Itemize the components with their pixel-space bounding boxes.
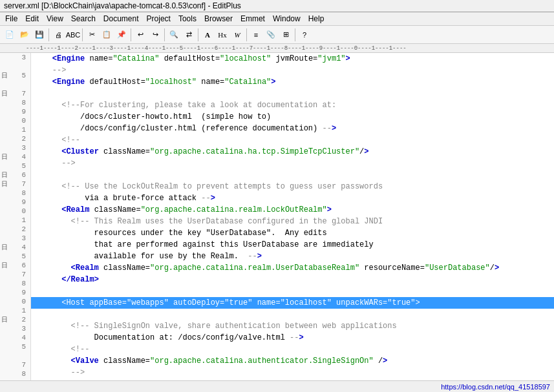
- code-line[interactable]: that are performed against this UserData…: [31, 239, 554, 251]
- gutter-row: 5: [0, 252, 30, 261]
- new-button[interactable]: 📄: [3, 28, 17, 42]
- code-line[interactable]: /docs/config/cluster.html (reference doc…: [31, 123, 554, 134]
- fold-button[interactable]: 日: [0, 89, 9, 98]
- fold-button[interactable]: 日: [0, 180, 9, 189]
- sep6: [246, 28, 247, 41]
- code-line[interactable]: <Realm className="org.apache.catalina.re…: [31, 204, 554, 216]
- find-button[interactable]: 🔍: [167, 28, 181, 42]
- fold-button: [0, 107, 9, 116]
- format-button[interactable]: Hx: [215, 28, 229, 42]
- code-line[interactable]: <Valve className="org.apache.catalina.au…: [31, 355, 554, 367]
- line-gutter: 3日5日7890123日45日6日7890123日45日678901日23457…: [0, 53, 31, 380]
- col-button[interactable]: ⊞: [279, 28, 293, 42]
- gutter-row: 日5: [0, 71, 30, 80]
- line-number: 7: [9, 361, 27, 369]
- code-line[interactable]: <!-- This Realm uses the UserDatabase co…: [31, 216, 554, 227]
- code-line[interactable]: -->: [31, 65, 554, 76]
- fold-button: [0, 53, 9, 62]
- fold-button: [0, 279, 9, 288]
- fold-button[interactable]: 日: [0, 261, 9, 270]
- open-button[interactable]: 📂: [17, 28, 32, 42]
- replace-button[interactable]: ⇄: [182, 28, 196, 42]
- gutter-row: 1: [0, 306, 30, 315]
- fold-button: [0, 288, 9, 297]
- menu-item-document[interactable]: Document: [100, 13, 143, 25]
- code-line[interactable]: <!-- SingleSignOn valve, share authentic…: [31, 320, 554, 332]
- menu-item-view[interactable]: View: [43, 13, 67, 25]
- gutter-row: 日6: [0, 261, 30, 270]
- code-line[interactable]: available for use by the Realm. -->: [31, 251, 554, 262]
- gutter-row: 日7: [0, 180, 30, 189]
- line-number: 6: [9, 262, 27, 269]
- code-line[interactable]: </Realm>: [31, 274, 554, 285]
- code-line[interactable]: [31, 169, 554, 181]
- status-link[interactable]: https://blog.csdn.net/qq_41518597: [441, 383, 550, 391]
- line-number: 5: [9, 343, 27, 351]
- fold-button[interactable]: 日: [0, 170, 9, 180]
- cut-button[interactable]: ✂: [85, 28, 99, 42]
- code-line[interactable]: <Cluster className="org.apache.catalina.…: [31, 146, 554, 158]
- italic-button[interactable]: W: [230, 28, 244, 42]
- code-line[interactable]: [31, 285, 554, 297]
- code-line[interactable]: [31, 88, 554, 99]
- code-line[interactable]: <!--: [31, 134, 554, 146]
- redo-button[interactable]: ↪: [148, 28, 162, 42]
- code-line[interactable]: /docs/cluster-howto.html (simple how to): [31, 111, 554, 123]
- code-line[interactable]: <!--For clustering, please take a look a…: [31, 99, 554, 111]
- fold-button[interactable]: 日: [0, 315, 9, 324]
- menu-item-tools[interactable]: Tools: [175, 13, 200, 25]
- paste-button[interactable]: 📌: [114, 28, 129, 42]
- menu-item-help[interactable]: Help: [304, 13, 328, 25]
- code-line[interactable]: <Realm className="org.apache.catalina.re…: [31, 262, 554, 274]
- fold-button[interactable]: 日: [0, 71, 9, 80]
- gutter-row: [0, 80, 30, 89]
- line-number: 9: [9, 198, 27, 206]
- line-number: 4: [9, 334, 27, 342]
- gutter-row: 3: [0, 53, 30, 62]
- code-line[interactable]: -->: [31, 367, 554, 378]
- bold-button[interactable]: A: [200, 28, 215, 42]
- gutter-row: 2: [0, 225, 30, 234]
- save-button[interactable]: 💾: [32, 28, 47, 42]
- wrap-button[interactable]: ≡: [249, 28, 263, 42]
- line-number: 7: [9, 180, 27, 188]
- menu-item-emmet[interactable]: Emmet: [237, 13, 269, 25]
- gutter-row: 7: [0, 360, 30, 369]
- menu-item-edit[interactable]: Edit: [21, 13, 43, 25]
- clip-button[interactable]: 📎: [264, 28, 278, 42]
- line-number: 5: [9, 253, 27, 260]
- code-line[interactable]: -->: [31, 158, 554, 169]
- line-number: 8: [9, 99, 27, 107]
- code-lines: <Engine name="Catalina" defaultHost="loc…: [31, 53, 554, 380]
- fold-button[interactable]: 日: [0, 152, 9, 161]
- line-number: 7: [9, 271, 27, 278]
- menu-item-search[interactable]: Search: [67, 13, 100, 25]
- menu-item-project[interactable]: Project: [143, 13, 175, 25]
- line-number: 3: [9, 325, 27, 333]
- code-line[interactable]: [31, 309, 554, 320]
- code-line[interactable]: <Host appBase="webapps" autoDeploy="true…: [31, 297, 554, 309]
- gutter-row: 0: [0, 297, 30, 306]
- menu-item-window[interactable]: Window: [269, 13, 304, 25]
- help-button[interactable]: ?: [297, 28, 312, 42]
- fold-button: [0, 216, 9, 225]
- code-line[interactable]: <Engine name="Catalina" defaultHost="loc…: [31, 53, 554, 65]
- spell-button[interactable]: ABC: [66, 28, 80, 42]
- fold-button: [0, 270, 9, 279]
- fold-button[interactable]: 日: [0, 243, 9, 252]
- code-line[interactable]: via a brute-force attack -->: [31, 192, 554, 204]
- code-line[interactable]: resources under the key "UserDatabase". …: [31, 227, 554, 239]
- code-line[interactable]: <!--: [31, 344, 554, 355]
- code-line[interactable]: Documentation at: /docs/config/valve.htm…: [31, 332, 554, 344]
- code-line[interactable]: <Engine defaultHost="localhost" name="Ca…: [31, 76, 554, 88]
- copy-button[interactable]: 📋: [100, 28, 114, 42]
- print-button[interactable]: 🖨: [51, 28, 65, 42]
- code-line[interactable]: <!-- Use the LockOutRealm to prevent att…: [31, 181, 554, 192]
- fold-button: [0, 116, 9, 125]
- undo-button[interactable]: ↩: [133, 28, 147, 42]
- fold-button: [0, 225, 9, 234]
- menu-item-browser[interactable]: Browser: [200, 13, 237, 25]
- gutter-row: 0: [0, 116, 30, 125]
- code-content[interactable]: <Engine name="Catalina" defaultHost="loc…: [31, 53, 554, 380]
- menu-item-file[interactable]: File: [1, 13, 21, 25]
